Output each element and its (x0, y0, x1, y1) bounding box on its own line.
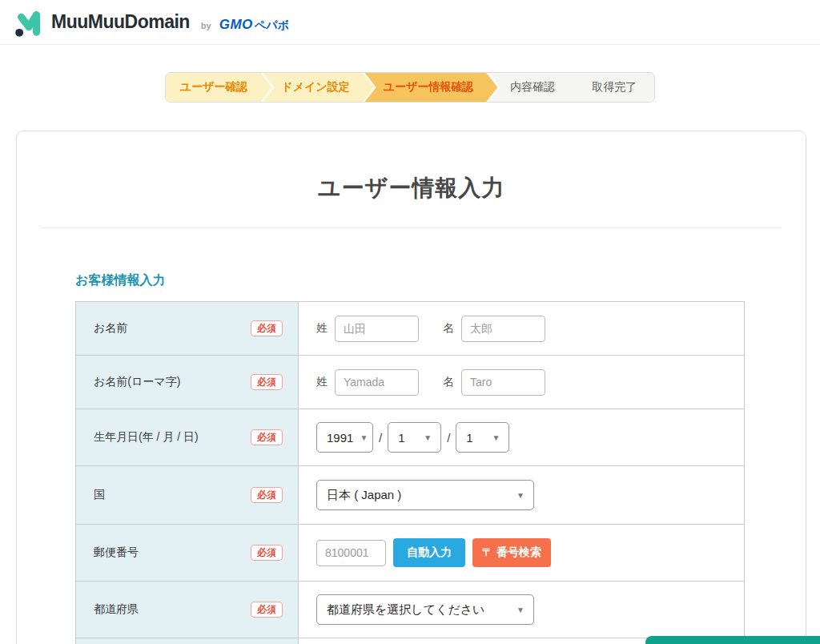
row-label: 生年月日(年 / 月 / 日) (94, 430, 199, 445)
page-title: ユーザー情報入力 (17, 173, 806, 203)
country-value: 日本 ( Japan ) (327, 488, 401, 503)
form-row-partial (76, 638, 744, 644)
form-row-name: お名前 必須 姓 名 (76, 302, 744, 356)
last-name-roman-label: 姓 (316, 375, 328, 389)
last-name-roman-input[interactable] (335, 369, 419, 396)
required-badge: 必須 (251, 320, 283, 336)
muumuu-domain-logo[interactable]: MuuMuuDomain by GMO ペパボ (14, 7, 289, 38)
birth-year-value: 1991 (327, 431, 353, 445)
chevron-down-icon: ▼ (517, 606, 525, 614)
form-row-prefecture: 都道府県 必須 都道府県を選択してください ▼ (76, 582, 744, 638)
form-row-country: 国 必須 日本 ( Japan ) ▼ (76, 466, 744, 525)
birth-year-select[interactable]: 1991 ▼ (316, 422, 373, 453)
country-select[interactable]: 日本 ( Japan ) ▼ (316, 480, 534, 510)
postal-search-label: 番号検索 (496, 545, 541, 560)
chevron-down-icon: ▼ (517, 491, 525, 500)
title-divider (41, 227, 782, 228)
progress-steps-container: ユーザー確認 ドメイン設定 ユーザー情報確認 内容確認 取得完了 (0, 72, 820, 103)
row-value-cell: 1991 ▼ / 1 ▼ / 1 ▼ (299, 409, 744, 465)
date-separator: / (379, 431, 382, 445)
brand-name: MuuMuuDomain (51, 11, 190, 33)
pepabo-text: ペパボ (255, 18, 289, 33)
prefecture-value: 都道府県を選択してください (327, 602, 484, 618)
required-badge: 必須 (251, 602, 283, 618)
row-value-cell: 自動入力 〒 番号検索 (299, 525, 744, 581)
first-name-roman-label: 名 (443, 375, 454, 389)
prefecture-select[interactable]: 都道府県を選択してください ▼ (316, 594, 534, 625)
first-name-input[interactable] (461, 316, 545, 342)
last-name-input[interactable] (335, 316, 419, 342)
first-name-roman-input[interactable] (461, 369, 545, 396)
customer-info-table: お名前 必須 姓 名 お名前(ローマ字) 必須 姓 (75, 301, 745, 644)
row-value-cell: 都道府県を選択してください ▼ (299, 582, 744, 638)
row-value-cell: 姓 名 (299, 356, 744, 409)
postal-code-input[interactable] (316, 540, 386, 566)
step-user-info-confirm: ユーザー情報確認 (363, 73, 498, 102)
app-header: MuuMuuDomain by GMO ペパボ (0, 0, 820, 45)
by-label: by (201, 21, 211, 30)
row-label-cell: 生年月日(年 / 月 / 日) 必須 (76, 409, 299, 465)
step-wrap: 内容確認 (486, 73, 579, 102)
chevron-down-icon: ▼ (360, 433, 368, 442)
gmo-text: GMO (219, 17, 253, 33)
chevron-down-icon: ▼ (424, 433, 432, 442)
birth-month-value: 1 (398, 431, 404, 445)
last-name-label: 姓 (316, 321, 328, 336)
birth-day-value: 1 (466, 431, 472, 445)
chat-widget-bar[interactable] (645, 636, 820, 644)
row-label: 郵便番号 (94, 545, 139, 560)
row-label-cell: お名前 必須 (76, 302, 299, 355)
form-row-name-roman: お名前(ローマ字) 必須 姓 名 (76, 356, 744, 409)
row-label-cell: 郵便番号 必須 (76, 525, 299, 581)
step-wrap: 取得完了 (568, 73, 654, 102)
main-form-card: ユーザー情報入力 お客様情報入力 お名前 必須 姓 名 お (16, 131, 806, 644)
step-domain-settings: ドメイン設定 (260, 73, 373, 102)
gmo-pepabo-logo: GMO ペパボ (219, 17, 289, 33)
form-row-birthday: 生年月日(年 / 月 / 日) 必須 1991 ▼ / 1 ▼ / 1 (76, 409, 744, 466)
date-separator: / (447, 431, 450, 445)
required-badge: 必須 (251, 545, 283, 561)
postal-search-button[interactable]: 〒 番号検索 (472, 538, 551, 567)
row-label: 都道府県 (94, 602, 139, 617)
row-value-cell: 姓 名 (299, 302, 744, 355)
step-complete: 取得完了 (568, 73, 654, 102)
row-label: お名前 (94, 321, 127, 336)
required-badge: 必須 (251, 487, 283, 503)
row-label-cell: 都道府県 必須 (76, 582, 299, 638)
chevron-down-icon: ▼ (492, 433, 500, 442)
step-wrap: ユーザー確認 (166, 73, 272, 102)
form-row-postal-code: 郵便番号 必須 自動入力 〒 番号検索 (76, 525, 744, 582)
muumuu-logo-icon (14, 7, 45, 38)
birth-month-select[interactable]: 1 ▼ (388, 422, 441, 453)
required-badge: 必須 (251, 429, 283, 445)
birth-day-select[interactable]: 1 ▼ (456, 422, 509, 453)
first-name-label: 名 (443, 321, 454, 336)
row-label-cell (76, 638, 299, 644)
step-wrap: ユーザー情報確認 (363, 73, 498, 102)
section-title: お客様情報入力 (75, 272, 745, 289)
row-label-cell: お名前(ローマ字) 必須 (76, 356, 299, 409)
row-label: お名前(ローマ字) (94, 375, 180, 389)
auto-fill-button[interactable]: 自動入力 (393, 538, 465, 567)
step-content-confirm: 内容確認 (486, 73, 579, 102)
card-content: お客様情報入力 お名前 必須 姓 名 お名前(ローマ字) 必 (17, 272, 806, 644)
row-label-cell: 国 必須 (76, 466, 299, 524)
step-wrap: ドメイン設定 (260, 73, 373, 102)
postal-mark-icon: 〒 (482, 545, 492, 560)
row-label: 国 (94, 488, 105, 502)
progress-steps: ユーザー確認 ドメイン設定 ユーザー情報確認 内容確認 取得完了 (165, 72, 656, 103)
step-user-check: ユーザー確認 (166, 73, 272, 102)
row-value-cell: 日本 ( Japan ) ▼ (299, 466, 744, 524)
required-badge: 必須 (251, 374, 283, 390)
